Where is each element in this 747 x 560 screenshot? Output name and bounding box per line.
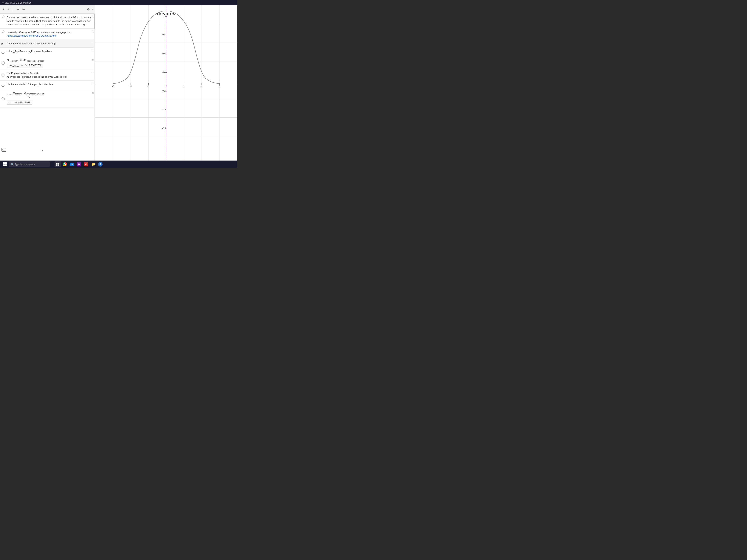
svg-text:-4: -4: [130, 85, 132, 88]
search-icon: 🔍: [11, 163, 14, 166]
mail-button[interactable]: ✉: [69, 161, 75, 167]
redo-button[interactable]: ↪: [22, 7, 25, 11]
svg-rect-4: [4, 149, 5, 149]
svg-rect-3: [4, 149, 4, 149]
toolbar-divider: [13, 7, 13, 11]
close-button-4[interactable]: ×: [92, 49, 94, 52]
expression-2: × Leukemias Cancer for 2017 no info on o…: [0, 29, 95, 39]
svg-rect-55: [58, 164, 59, 166]
expression-4: × H0: m_PopMean = m_ProposedPopMean: [0, 48, 95, 57]
settings-icon[interactable]: ⚙: [87, 7, 90, 11]
svg-text:6: 6: [219, 85, 220, 88]
math-fraction-8: msample − mProposedPopMean Sn: [13, 91, 44, 98]
expr-math-8: t = msample − mProposedPopMean Sn t = −1…: [7, 91, 88, 104]
svg-rect-1: [3, 149, 3, 149]
close-button-8[interactable]: ×: [92, 91, 94, 95]
expression-3-folder: ▶ Data and Calculations that may be dist…: [0, 39, 95, 48]
close-button-1[interactable]: ×: [92, 15, 94, 18]
main-area: + × ↩ ↪ ⚙ « × Choose the correct tailed …: [0, 5, 237, 161]
expr-math-5: mPopMean = mProposedPopMean mPopMean = 1…: [7, 58, 88, 68]
expr-text-6: Ha: Population Mean (<, >, ≠) m_Proposed…: [7, 71, 67, 79]
math-eq-8: =: [9, 93, 11, 96]
toolbar: + × ↩ ↪ ⚙ «: [0, 5, 95, 14]
math-result-8: t = −1.152129661: [7, 100, 32, 105]
svg-text:-2: -2: [148, 85, 150, 88]
keyboard-icon-container: [1, 148, 6, 152]
math-result-val-8: −1.152129661: [15, 101, 30, 104]
math-line-5: mPopMean = mProposedPopMean: [7, 58, 88, 62]
math-denominator-8: Sn: [27, 95, 30, 98]
undo-button[interactable]: ↩: [16, 7, 20, 11]
scroll-bar[interactable]: [94, 14, 95, 161]
desmos-logo: desmos: [157, 10, 175, 17]
note-bullet-2: [2, 30, 4, 33]
expr-text-7: t is the test statistic & the purple dot…: [7, 82, 53, 86]
bullet-8[interactable]: [1, 97, 5, 101]
taskbar-center-icons: ✉ N O 📁 R: [54, 161, 103, 167]
math-numerator-8: msample − mProposedPopMean: [13, 91, 44, 95]
hamburger-icon[interactable]: ≡: [2, 1, 4, 5]
delete-button[interactable]: ×: [7, 7, 10, 11]
math-result-eq-8: =: [11, 101, 13, 104]
scroll-thumb[interactable]: [94, 14, 95, 29]
onenote-button[interactable]: N: [76, 161, 82, 167]
math-rhs-5: mProposedPopMean: [24, 58, 44, 62]
search-placeholder: Type here to search: [15, 163, 35, 166]
svg-text:0.4: 0.4: [162, 71, 166, 74]
bullet-6[interactable]: [1, 74, 4, 77]
bullet-4[interactable]: [1, 51, 4, 54]
close-button-3[interactable]: ×: [92, 41, 94, 44]
svg-rect-52: [56, 163, 57, 164]
expression-list: × Choose the correct tailed test below a…: [0, 14, 95, 161]
svg-text:0.6: 0.6: [162, 52, 166, 55]
svg-rect-54: [56, 164, 57, 166]
svg-text:2: 2: [183, 85, 185, 88]
windows-icon: [3, 162, 7, 166]
math-line-8: t = msample − mProposedPopMean Sn: [7, 91, 88, 98]
add-button[interactable]: +: [2, 7, 5, 11]
office-button[interactable]: O: [83, 161, 89, 167]
svg-rect-2: [3, 149, 4, 149]
svg-rect-53: [58, 163, 59, 164]
rstudio-button[interactable]: R: [97, 161, 103, 167]
svg-text:-0.4: -0.4: [162, 127, 166, 130]
chrome-button[interactable]: [61, 161, 68, 167]
svg-text:-0.2: -0.2: [162, 108, 166, 111]
start-button[interactable]: [1, 161, 8, 168]
math-result-val-5: 1415.58863762: [24, 64, 41, 66]
expr-content-2: Leukemias Cancer for 2017 no info on oth…: [7, 30, 71, 37]
graph-svg: 1 0.8 0.6 0.4 0.2 -0.2 -0.4 -6 -4 -2 0 2…: [95, 5, 237, 161]
task-view-button[interactable]: [54, 161, 61, 167]
math-t-label: t: [7, 93, 7, 96]
close-button-6[interactable]: ×: [92, 71, 94, 74]
app-title: 220 W13 DB Leukemias: [5, 1, 31, 4]
expand-arrow[interactable]: ▲: [41, 149, 43, 152]
bullet-5[interactable]: [1, 61, 5, 65]
left-panel: + × ↩ ↪ ⚙ « × Choose the correct tailed …: [0, 5, 95, 161]
math-result-t-8: t: [9, 101, 9, 104]
file-explorer-button[interactable]: 📁: [90, 161, 96, 167]
bullet-7[interactable]: [1, 84, 4, 87]
expression-8: × t = msample − mProposedPopMean Sn t = …: [0, 90, 95, 108]
keyboard-icon[interactable]: [1, 148, 6, 152]
taskbar-search[interactable]: 🔍 Type here to search: [9, 161, 50, 167]
folder-label-3: Data and Calculations that may be distra…: [7, 42, 56, 45]
math-result-eq-5: =: [21, 64, 23, 66]
math-eq-5: =: [20, 59, 22, 61]
svg-text:-6: -6: [112, 85, 114, 88]
expression-7: × t is the test statistic & the purple d…: [0, 81, 95, 90]
svg-text:4: 4: [201, 85, 202, 88]
folder-toggle-icon[interactable]: ▶: [1, 42, 4, 45]
taskbar: 🔍 Type here to search ✉: [0, 161, 237, 168]
title-bar: ≡ 220 W13 DB Leukemias: [0, 0, 237, 5]
expr-link-2[interactable]: https://gis.cdc.gov/Cancer/USCS/DataViz.…: [7, 34, 56, 37]
collapse-icon[interactable]: «: [92, 8, 93, 11]
expression-1: × Choose the correct tailed test below a…: [0, 14, 95, 29]
close-button-7[interactable]: ×: [92, 82, 94, 85]
expression-5: × mPopMean = mProposedPopMean mPopMean =…: [0, 57, 95, 70]
math-lhs-5: mPopMean: [7, 58, 18, 62]
svg-rect-5: [5, 149, 5, 149]
close-button-5[interactable]: ×: [92, 58, 94, 61]
close-button-2[interactable]: ×: [92, 30, 94, 33]
graph-panel[interactable]: desmos 1: [95, 5, 237, 161]
